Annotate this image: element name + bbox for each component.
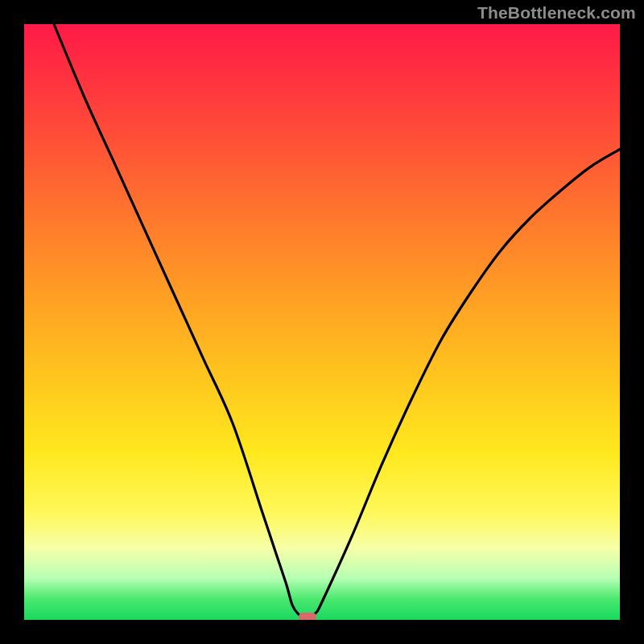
bottleneck-curve bbox=[24, 24, 620, 620]
chart-frame: TheBottleneck.com bbox=[0, 0, 644, 644]
plot-area bbox=[24, 24, 620, 620]
watermark-text: TheBottleneck.com bbox=[477, 3, 636, 23]
optimum-marker bbox=[299, 613, 316, 620]
